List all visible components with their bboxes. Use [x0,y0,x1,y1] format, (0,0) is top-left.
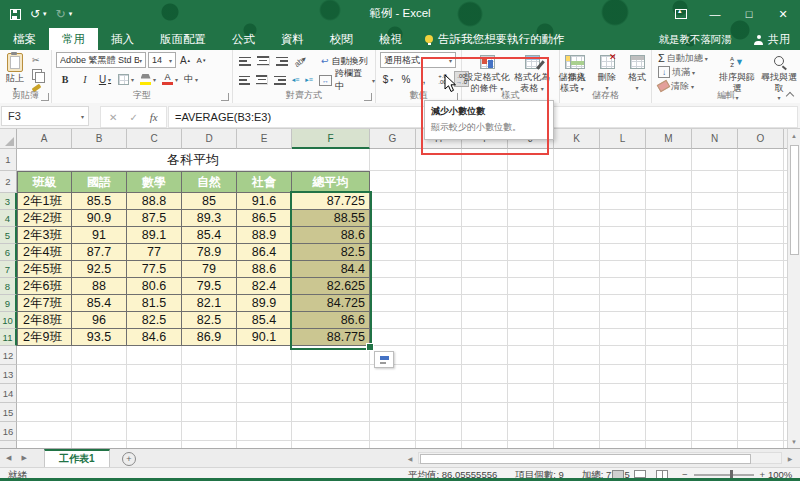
shrink-font-button[interactable]: A▾ [194,52,208,68]
cell-N7[interactable] [692,261,738,278]
cell-H12[interactable] [416,346,462,365]
cell-F10[interactable]: 86.6 [292,312,370,329]
cell-M3[interactable] [646,193,692,210]
cell-B16[interactable] [72,422,127,441]
borders-button[interactable]: ▾ [118,71,134,87]
tab-home[interactable]: 常用 [49,28,98,50]
cell-A15[interactable] [17,403,72,422]
cell-O12[interactable] [738,346,784,365]
cell-I9[interactable] [462,295,508,312]
phonetic-guide-button[interactable]: 中▾ [184,71,198,87]
cell-C17[interactable] [127,441,182,448]
cell-A17[interactable] [17,441,72,448]
cell-N9[interactable] [692,295,738,312]
cell-C4[interactable]: 87.5 [127,210,182,227]
cell-K5[interactable] [554,227,600,244]
cell-D6[interactable]: 78.9 [182,244,237,261]
cell-C3[interactable]: 88.8 [127,193,182,210]
tab-page-layout[interactable]: 版面配置 [147,28,219,50]
cell-H17[interactable] [416,441,462,448]
merge-center-button[interactable]: ↔跨欄置中▾ [319,72,375,88]
cell-A3[interactable]: 2年1班 [17,193,72,210]
cell-J17[interactable] [508,441,554,448]
conditional-formatting-button[interactable]: 設定格式化 的條件 ▾ [464,50,510,94]
row-header-7[interactable]: 7 [0,261,17,278]
tab-formulas[interactable]: 公式 [219,28,268,50]
cell-J2[interactable] [508,171,554,193]
cell-D14[interactable] [182,384,237,403]
cell-B7[interactable]: 92.5 [72,261,127,278]
tab-review[interactable]: 校閱 [317,28,366,50]
cell-N14[interactable] [692,384,738,403]
cell-M4[interactable] [646,210,692,227]
cell-E13[interactable] [237,365,292,384]
cell-I15[interactable] [462,403,508,422]
cell-N15[interactable] [692,403,738,422]
cell-K15[interactable] [554,403,600,422]
format-as-table-button[interactable]: 格式化為 表格 ▾ [512,50,552,94]
cell-O2[interactable] [738,171,784,193]
cell-F5[interactable]: 88.6 [292,227,370,244]
format-cells-button[interactable]: 格式▾ [624,50,650,93]
cell-O3[interactable] [738,193,784,210]
cell-N17[interactable] [692,441,738,448]
cell-K11[interactable] [554,329,600,346]
insert-cells-button[interactable]: 插入▾ [564,50,590,93]
cell-E6[interactable]: 86.4 [237,244,292,261]
cell-I1[interactable] [462,149,508,171]
cell-C2[interactable]: 數學 [127,171,182,193]
cell-B10[interactable]: 96 [72,312,127,329]
cell-B15[interactable] [72,403,127,422]
cell-B9[interactable]: 85.4 [72,295,127,312]
cell-F15[interactable] [292,403,370,422]
cell-F8[interactable]: 82.625 [292,278,370,295]
cell-F13[interactable] [292,365,370,384]
cell-A12[interactable] [17,346,72,365]
cell-J6[interactable] [508,244,554,261]
column-header-O[interactable]: O [738,129,784,149]
cell-N13[interactable] [692,365,738,384]
font-color-button[interactable]: A▾ [162,71,178,87]
name-box-dropdown-icon[interactable]: ▾ [81,113,84,120]
cell-N16[interactable] [692,422,738,441]
name-box[interactable]: F3▾ [1,106,89,126]
cell-L7[interactable] [600,261,646,278]
orientation-button[interactable]: ab▸ [293,53,309,68]
cell-G5[interactable] [370,227,416,244]
cell-K4[interactable] [554,210,600,227]
font-name-combo[interactable]: Adobe 繁黑體 Std B▾ [56,52,146,68]
number-format-combo[interactable]: 通用格式▾ [380,52,456,68]
close-button[interactable]: ✕ [766,0,800,28]
cell-I6[interactable] [462,244,508,261]
cell-H6[interactable] [416,244,462,261]
row-header-2[interactable]: 2 [0,171,17,193]
cell-G10[interactable] [370,312,416,329]
cell-C16[interactable] [127,422,182,441]
cell-F4[interactable]: 88.55 [292,210,370,227]
row-header-15[interactable]: 15 [0,403,17,422]
sheet-tab-active[interactable]: 工作表1 [44,449,110,467]
cell-E4[interactable]: 86.5 [237,210,292,227]
cell-E2[interactable]: 社會 [237,171,292,193]
cell-K12[interactable] [554,346,600,365]
cell-J10[interactable] [508,312,554,329]
cell-H5[interactable] [416,227,462,244]
cell-K8[interactable] [554,278,600,295]
cell-L2[interactable] [600,171,646,193]
cell-I13[interactable] [462,365,508,384]
row-header-9[interactable]: 9 [0,295,17,312]
cell-H9[interactable] [416,295,462,312]
cell-I8[interactable] [462,278,508,295]
cell-H14[interactable] [416,384,462,403]
column-header-L[interactable]: L [600,129,646,149]
cell-M7[interactable] [646,261,692,278]
cell-E7[interactable]: 88.6 [237,261,292,278]
cell-A11[interactable]: 2年9班 [17,329,72,346]
cell-B14[interactable] [72,384,127,403]
cell-C8[interactable]: 80.6 [127,278,182,295]
cell-F16[interactable] [292,422,370,441]
cell-O6[interactable] [738,244,784,261]
cell-C13[interactable] [127,365,182,384]
cell-O16[interactable] [738,422,784,441]
hscroll-thumb[interactable] [420,454,751,464]
